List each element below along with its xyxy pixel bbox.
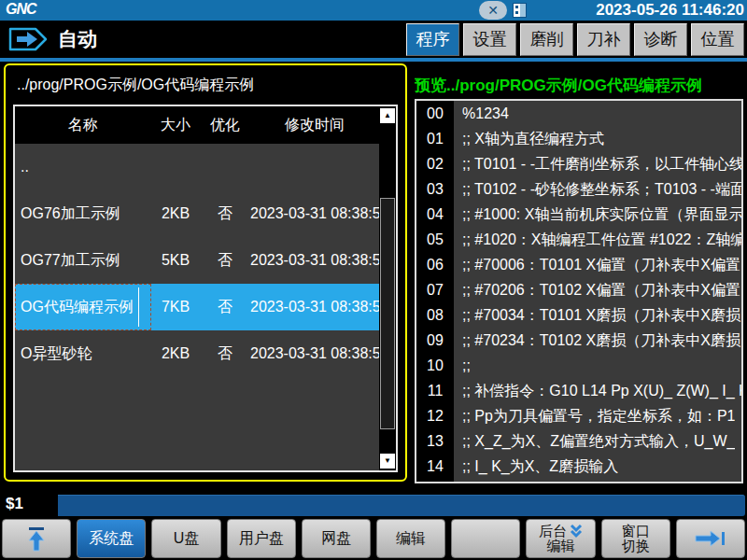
code-line: 11;; 补偿指令：G10 L14 Pp X(U)_ Z(W)_ I_ K: [416, 378, 741, 403]
chevron-double-down-icon: [570, 524, 583, 539]
code-line: 00%1234: [416, 101, 741, 126]
clock-datetime: 2023-05-26 11:46:20: [596, 0, 744, 21]
current-path: ../prog/PROG示例/OG代码编程示例: [17, 76, 405, 95]
background-edit-button[interactable]: 后台 编辑: [526, 519, 595, 558]
storage-icon-dot: [515, 6, 518, 8]
code-preview: 00%1234 01;; X轴为直径编程方式 02;; T0101 - -工件磨…: [415, 99, 743, 483]
table-header: 名称 大小 优化 修改时间: [15, 106, 379, 144]
file-browser-panel: ../prog/PROG示例/OG代码编程示例 名称 大小 优化 修改时间 ..…: [4, 63, 407, 482]
title-bar: GNC ✕ 2023-05-26 11:46:20: [0, 0, 747, 21]
code-line: 01;; X轴为直径编程方式: [416, 126, 741, 151]
scroll-down-icon[interactable]: ▼: [380, 454, 395, 469]
file-list-scrollbar[interactable]: ▲ ▼: [379, 106, 396, 470]
code-line: 04;; #1000: X轴当前机床实际位置（界面显示）: [416, 202, 741, 227]
table-row-selected[interactable]: OG代码编程示例 7KB 否 2023-03-31 08:38:57: [15, 284, 379, 330]
status-row: $1: [0, 493, 747, 517]
table-row[interactable]: O异型砂轮 2KB 否 2023-03-31 08:38:57: [15, 330, 379, 377]
code-line: 08;; #70034：T0101 X磨损（刀补表中X磨损）: [416, 302, 741, 328]
nav-bar: 自动 程序 设置 磨削 刀补 诊断 位置: [0, 21, 747, 58]
tab-diagnosis[interactable]: 诊断: [634, 23, 687, 56]
code-line: 13;; X_Z_为X、Z偏置绝对方式输入，U_W_: [416, 428, 741, 454]
gnc-logo: GNC: [6, 1, 36, 18]
column-header-mtime: 修改时间: [250, 116, 379, 135]
file-rows: .. OG76加工示例 2KB 否 2023-03-31 08:38:57 OG…: [15, 144, 379, 377]
auto-mode-icon: [7, 25, 50, 53]
tab-settings[interactable]: 设置: [463, 23, 516, 56]
code-line: 10;;: [416, 353, 741, 378]
storage-icon: [513, 3, 527, 18]
close-icon[interactable]: ✕: [479, 1, 507, 20]
tab-position[interactable]: 位置: [691, 23, 744, 56]
return-top-button[interactable]: [2, 519, 71, 558]
user-disk-button[interactable]: 用户盘: [227, 519, 296, 558]
divider-strip: [0, 58, 747, 62]
storage-icon-half: [520, 4, 526, 17]
code-line: 06;; #70006：T0101 X偏置（刀补表中X偏置）: [416, 252, 741, 277]
code-line: 12;; Pp为刀具偏置号，指定坐标系，如：P1: [416, 403, 741, 428]
code-line: 09;; #70234：T0102 X磨损（刀补表中X磨损）: [416, 328, 741, 353]
scrollbar-thumb[interactable]: [380, 198, 395, 429]
mode-label: 自动: [58, 26, 97, 52]
storage-icon-dot: [515, 11, 518, 14]
column-header-size: 大小: [151, 116, 200, 135]
right-arrow-icon: [694, 529, 727, 548]
edit-button[interactable]: 编辑: [376, 519, 445, 558]
table-row[interactable]: OG77加工示例 5KB 否 2023-03-31 08:38:57: [15, 237, 379, 284]
column-header-name: 名称: [15, 116, 151, 135]
tab-tool-comp[interactable]: 刀补: [577, 23, 630, 56]
channel-label: $1: [6, 495, 23, 513]
empty-softkey[interactable]: [451, 519, 520, 558]
preview-title: 预览../prog/PROG示例/OG代码编程示例: [415, 75, 743, 96]
code-line: 05;; #1020：X轴编程工件位置 #1022：Z轴编: [416, 227, 741, 252]
table-row-parent-dir[interactable]: ..: [15, 144, 379, 190]
next-menu-button[interactable]: [676, 519, 745, 558]
scroll-up-icon[interactable]: ▲: [380, 108, 395, 123]
main-tabs: 程序 设置 磨削 刀补 诊断 位置: [406, 23, 744, 56]
window-switch-button[interactable]: 窗口 切换: [601, 519, 670, 558]
usb-disk-button[interactable]: U盘: [151, 519, 220, 558]
tab-program[interactable]: 程序: [406, 23, 459, 56]
code-line: 03;; T0102 - -砂轮修整坐标系；T0103 - -端面: [416, 176, 741, 202]
code-line: 07;; #70206：T0102 X偏置（刀补表中X偏置）: [416, 277, 741, 302]
text-cursor: [138, 287, 139, 327]
softkey-bar: 系统盘 U盘 用户盘 网盘 编辑 后台 编辑 窗口 切换: [0, 519, 747, 558]
code-line: 02;; T0101 - -工件磨削坐标系，以工件轴心线: [416, 151, 741, 176]
net-disk-button[interactable]: 网盘: [302, 519, 371, 558]
tab-grinding[interactable]: 磨削: [520, 23, 573, 56]
message-bar: [58, 495, 745, 516]
file-table: 名称 大小 优化 修改时间 .. OG76加工示例 2KB 否 2023-03-…: [13, 105, 398, 472]
table-row[interactable]: OG76加工示例 2KB 否 2023-03-31 08:38:57: [15, 190, 379, 237]
up-arrow-icon: [25, 525, 48, 553]
code-line: 14;; I_ K_为X、Z磨损输入: [416, 454, 741, 479]
column-header-optimized: 优化: [200, 116, 250, 135]
system-disk-button[interactable]: 系统盘: [77, 519, 146, 558]
